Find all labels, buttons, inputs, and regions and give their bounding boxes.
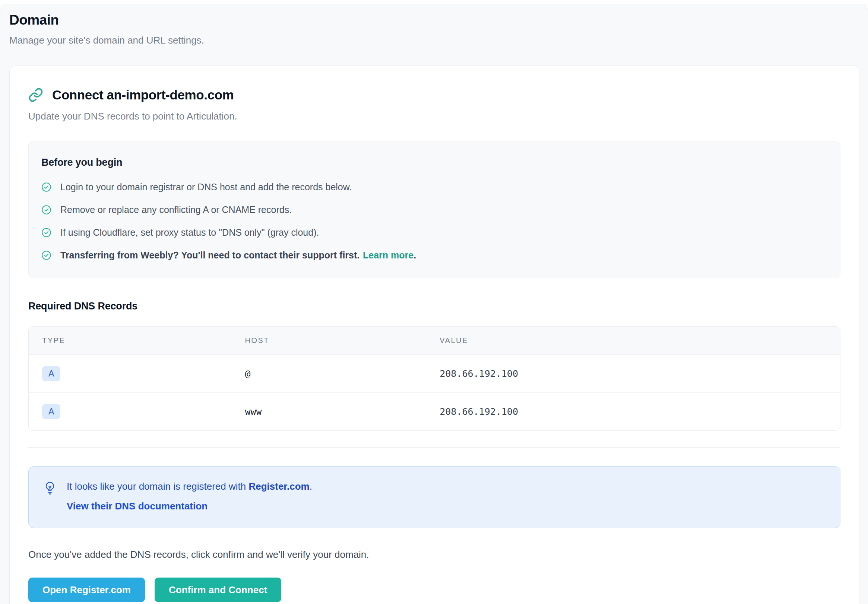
record-host: www [245, 406, 262, 417]
hint-text-before: It looks like your domain is registered … [67, 481, 248, 492]
checklist-item: Transferring from Weebly? You'll need to… [41, 250, 825, 261]
connect-domain-card: Connect an-import-demo.com Update your D… [9, 65, 859, 604]
domain-settings-page: Domain Manage your site's domain and URL… [0, 4, 868, 604]
check-circle-icon [41, 205, 51, 215]
link-icon [28, 88, 43, 102]
column-header-value: VALUE [426, 327, 840, 355]
record-type-badge: A [42, 366, 60, 381]
hint-text-after: . [310, 481, 312, 492]
before-you-begin-box: Before you begin Login to your domain re… [28, 141, 840, 278]
lightbulb-icon [43, 481, 56, 512]
checklist-item-text: Login to your domain registrar or DNS ho… [60, 182, 352, 192]
record-value: 208.66.192.100 [440, 368, 518, 379]
weebly-warning-text: Transferring from Weebly? You'll need to… [60, 250, 360, 260]
page-title: Domain [9, 12, 859, 28]
check-circle-icon [41, 228, 51, 238]
record-value: 208.66.192.100 [440, 406, 518, 417]
checklist-item: Remove or replace any conflicting A or C… [41, 204, 825, 215]
action-buttons: Open Register.com Confirm and Connect [28, 578, 840, 602]
column-header-host: HOST [232, 327, 426, 355]
open-registrar-button[interactable]: Open Register.com [28, 578, 145, 602]
column-header-type: TYPE [29, 327, 232, 355]
learn-more-link[interactable]: Learn more [363, 250, 414, 260]
checklist-item: Login to your domain registrar or DNS ho… [41, 182, 825, 192]
table-header-row: TYPE HOST VALUE [29, 327, 840, 355]
card-title-row: Connect an-import-demo.com [28, 88, 840, 102]
dns-records-heading: Required DNS Records [28, 300, 840, 312]
table-row: A @ 208.66.192.100 [29, 355, 840, 393]
checklist-item-text: Remove or replace any conflicting A or C… [60, 204, 292, 215]
section-divider [28, 447, 840, 448]
registrar-hint-box: It looks like your domain is registered … [28, 466, 840, 528]
page-subtitle: Manage your site's domain and URL settin… [9, 35, 859, 46]
checklist-item: If using Cloudflare, set proxy status to… [41, 227, 825, 238]
before-you-begin-list: Login to your domain registrar or DNS ho… [41, 182, 825, 261]
registrar-name: Register.com [248, 481, 309, 492]
before-you-begin-heading: Before you begin [41, 157, 825, 168]
card-title: Connect an-import-demo.com [52, 88, 234, 102]
confirm-and-connect-button[interactable]: Confirm and Connect [155, 578, 281, 602]
confirm-instruction: Once you've added the DNS records, click… [28, 549, 840, 561]
weebly-warning-period: . [414, 250, 416, 260]
checklist-item-text: If using Cloudflare, set proxy status to… [60, 227, 319, 238]
dns-records-table: TYPE HOST VALUE A @ 208.66.192.100 A www… [28, 326, 840, 431]
check-circle-icon [41, 182, 51, 192]
dns-documentation-link[interactable]: View their DNS documentation [67, 500, 312, 512]
record-host: @ [245, 368, 251, 379]
check-circle-icon [41, 250, 51, 260]
record-type-badge: A [42, 404, 60, 419]
card-subtitle: Update your DNS records to point to Arti… [28, 111, 840, 122]
registrar-hint-line: It looks like your domain is registered … [67, 481, 312, 492]
registrar-hint-text: It looks like your domain is registered … [67, 481, 312, 512]
table-row: A www 208.66.192.100 [29, 393, 840, 431]
checklist-item-text: Transferring from Weebly? You'll need to… [60, 250, 416, 261]
